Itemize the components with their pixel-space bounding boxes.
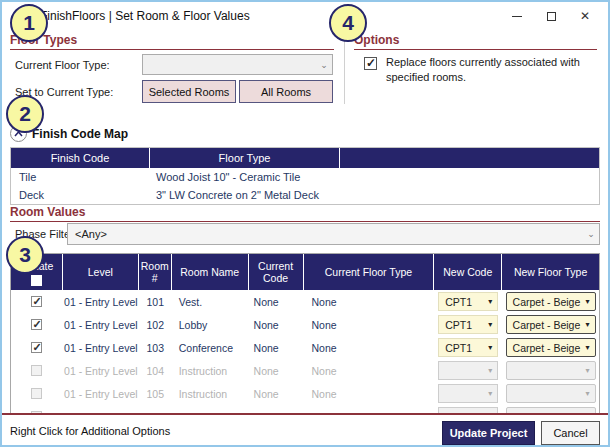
finish-map-row: Deck3" LW Concrete on 2" Metal Deck [11, 186, 599, 204]
room-name-cell: Lobby [172, 319, 249, 331]
finish-code-map-rows: TileWood Joist 10" - Ceramic TileDeck3" … [11, 168, 599, 204]
current-code-cell: None [249, 388, 304, 400]
room-name-column-header: Room Name [172, 254, 249, 290]
new-code-select[interactable]: CPT1▾ [438, 292, 498, 311]
current-floor-type-select[interactable]: ⌄ [142, 54, 333, 75]
room-values-heading: Room Values [10, 205, 600, 222]
new-code-cell: CPT1▾ [434, 292, 502, 311]
new-floor-type-select: ▾ [506, 361, 596, 380]
current-code-cell: None [249, 319, 304, 331]
level-column-header: Level [63, 254, 139, 290]
room-number-cell: 104 [139, 365, 172, 377]
empty-cell [340, 186, 599, 204]
new-code-cell: ▾ [434, 361, 502, 380]
current-code-cell: None [249, 365, 304, 377]
floor-type-column-header: Floor Type [150, 148, 340, 168]
empty-column-header [340, 148, 599, 168]
selected-rooms-button[interactable]: Selected Rooms [142, 80, 236, 103]
new-code-select[interactable]: CPT1▾ [438, 338, 498, 357]
new-floor-type-cell: Carpet - Beige▾ [502, 292, 599, 311]
chevron-down-icon: ▾ [581, 297, 595, 306]
new-floor-type-select[interactable]: Carpet - Beige▾ [506, 338, 596, 357]
new-code-select-value: CPT1 [439, 342, 483, 354]
current-floor-type-cell: None [303, 342, 434, 354]
chevron-down-icon: ▾ [483, 320, 497, 329]
floor-type-cell: Wood Joist 10" - Ceramic Tile [150, 168, 340, 186]
new-code-select[interactable]: CPT1▾ [438, 315, 498, 334]
chevron-down-icon: ⌄ [583, 229, 599, 239]
room-row: 01 - Entry Level103ConferenceNoneNoneCPT… [11, 336, 599, 359]
chevron-down-icon: ▾ [581, 343, 595, 352]
new-floor-type-cell: Carpet - Beige▾ [502, 315, 599, 334]
level-cell: 01 - Entry Level [63, 342, 139, 354]
new-code-cell: ▾ [434, 384, 502, 403]
maximize-button[interactable] [534, 6, 568, 26]
finish-code-map-heading: Finish Code Map [32, 127, 128, 141]
finish-map-row: TileWood Joist 10" - Ceramic Tile [11, 168, 599, 186]
section-divider [344, 32, 345, 104]
room-name-cell: Vest. [172, 296, 249, 308]
level-cell: 01 - Entry Level [63, 365, 139, 377]
room-name-cell: Instruction [172, 388, 249, 400]
floor-type-cell: 3" LW Concrete on 2" Metal Deck [150, 186, 340, 204]
room-number-cell: 101 [139, 296, 172, 308]
row-update-checkbox[interactable] [31, 388, 42, 399]
row-update-checkbox[interactable] [31, 296, 42, 307]
current-floor-type-cell: None [303, 296, 434, 308]
window-controls: ✕ [500, 6, 602, 26]
floor-types-heading: Floor Types [10, 33, 334, 50]
window-title: FinishFloors | Set Room & Floor Values [40, 9, 250, 23]
update-project-button[interactable]: Update Project [442, 421, 535, 445]
all-rooms-button[interactable]: All Rooms [239, 80, 333, 103]
room-table-rows: 01 - Entry Level101Vest.NoneNoneCPT1▾Car… [11, 290, 599, 414]
chevron-down-icon: ▾ [483, 389, 497, 398]
phase-filter-value: <Any> [68, 228, 583, 240]
new-code-select: ▾ [438, 384, 498, 403]
chevron-down-icon: ⌄ [316, 60, 332, 70]
new-code-column-header: New Code [434, 254, 502, 290]
row-update-checkbox[interactable] [31, 319, 42, 330]
minimize-button[interactable] [500, 6, 534, 26]
current-code-column-header: Current Code [249, 254, 304, 290]
new-floor-type-cell: Carpet - Beige▾ [502, 338, 599, 357]
finish-code-cell: Deck [11, 186, 150, 204]
footer-bar: Right Click for Additional Options Updat… [2, 415, 608, 445]
room-name-cell: Instruction [172, 365, 249, 377]
new-floor-type-select[interactable]: Carpet - Beige▾ [506, 292, 596, 311]
update-cell [11, 342, 63, 353]
level-cell: 01 - Entry Level [63, 319, 139, 331]
room-number-cell: 102 [139, 319, 172, 331]
level-cell: 01 - Entry Level [63, 296, 139, 308]
finish-code-cell: Tile [11, 168, 150, 186]
room-row: 01 - Entry Level104InstructionNoneNone▾▾ [11, 359, 599, 382]
row-update-checkbox[interactable] [31, 342, 42, 353]
new-floor-type-select[interactable]: Carpet - Beige▾ [506, 315, 596, 334]
new-code-select-value: CPT1 [439, 296, 483, 308]
select-all-checkbox[interactable] [31, 275, 42, 286]
cancel-button[interactable]: Cancel [541, 421, 600, 445]
room-number-column-header: Room # [139, 254, 172, 290]
new-floor-type-column-header: New Floor Type [502, 254, 599, 290]
current-floor-type-label: Current Floor Type: [15, 59, 110, 71]
room-row: 01 - Entry Level102LobbyNoneNoneCPT1▾Car… [11, 313, 599, 336]
chevron-down-icon: ▾ [581, 389, 595, 398]
new-floor-type-select-value: Carpet - Beige [507, 319, 581, 331]
close-button[interactable]: ✕ [568, 6, 602, 26]
close-icon: ✕ [580, 9, 590, 23]
room-name-cell: Conference [172, 342, 249, 354]
chevron-down-icon: ▾ [483, 343, 497, 352]
current-floor-type-cell: None [303, 319, 434, 331]
new-code-cell: CPT1▾ [434, 338, 502, 357]
room-values-table: Update Level Room # Room Name Current Co… [10, 253, 600, 414]
room-number-cell: 103 [139, 342, 172, 354]
annotation-circle-3: 3 [6, 236, 44, 274]
current-code-cell: None [249, 342, 304, 354]
phase-filter-select[interactable]: <Any> ⌄ [67, 223, 600, 245]
new-code-cell: CPT1▾ [434, 315, 502, 334]
footer-hint: Right Click for Additional Options [10, 425, 170, 437]
chevron-down-icon: ▾ [483, 297, 497, 306]
update-cell [11, 296, 63, 307]
row-update-checkbox[interactable] [31, 365, 42, 376]
replace-floors-checkbox[interactable] [364, 57, 377, 70]
current-floor-type-column-header: Current Floor Type [304, 254, 435, 290]
